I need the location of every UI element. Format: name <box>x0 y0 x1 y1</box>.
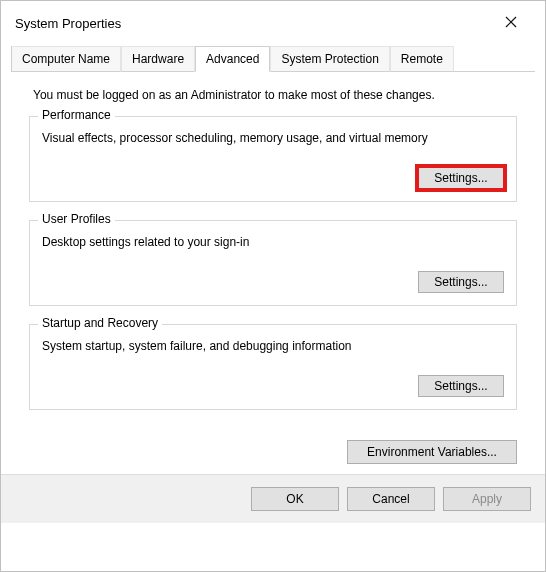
window-title: System Properties <box>15 16 121 31</box>
apply-button[interactable]: Apply <box>443 487 531 511</box>
user-profiles-settings-button[interactable]: Settings... <box>418 271 504 293</box>
close-button[interactable] <box>491 9 531 37</box>
group-user-profiles-actions: Settings... <box>42 271 504 293</box>
group-user-profiles: User Profiles Desktop settings related t… <box>29 220 517 306</box>
group-startup-recovery-actions: Settings... <box>42 375 504 397</box>
tab-hardware[interactable]: Hardware <box>121 46 195 72</box>
group-startup-recovery-title: Startup and Recovery <box>38 316 162 330</box>
tabs: Computer Name Hardware Advanced System P… <box>11 45 535 72</box>
ok-button[interactable]: OK <box>251 487 339 511</box>
cancel-button[interactable]: Cancel <box>347 487 435 511</box>
tab-computer-name[interactable]: Computer Name <box>11 46 121 72</box>
group-performance-actions: Settings... <box>42 167 504 189</box>
group-startup-recovery-desc: System startup, system failure, and debu… <box>42 339 504 353</box>
close-icon <box>505 16 517 31</box>
group-user-profiles-title: User Profiles <box>38 212 115 226</box>
startup-recovery-settings-button[interactable]: Settings... <box>418 375 504 397</box>
tab-remote[interactable]: Remote <box>390 46 454 72</box>
group-startup-recovery: Startup and Recovery System startup, sys… <box>29 324 517 410</box>
titlebar: System Properties <box>1 1 545 45</box>
tab-advanced[interactable]: Advanced <box>195 46 270 72</box>
performance-settings-button[interactable]: Settings... <box>418 167 504 189</box>
group-user-profiles-desc: Desktop settings related to your sign-in <box>42 235 504 249</box>
admin-note: You must be logged on as an Administrato… <box>33 88 517 102</box>
group-performance-desc: Visual effects, processor scheduling, me… <box>42 131 504 145</box>
group-performance-title: Performance <box>38 108 115 122</box>
tab-system-protection[interactable]: System Protection <box>270 46 389 72</box>
dialog-footer: OK Cancel Apply <box>1 474 545 523</box>
env-variables-row: Environment Variables... <box>11 436 535 474</box>
tab-content-advanced: You must be logged on as an Administrato… <box>11 72 535 436</box>
system-properties-window: System Properties Computer Name Hardware… <box>0 0 546 572</box>
group-performance: Performance Visual effects, processor sc… <box>29 116 517 202</box>
environment-variables-button[interactable]: Environment Variables... <box>347 440 517 464</box>
tabs-container: Computer Name Hardware Advanced System P… <box>1 45 545 474</box>
